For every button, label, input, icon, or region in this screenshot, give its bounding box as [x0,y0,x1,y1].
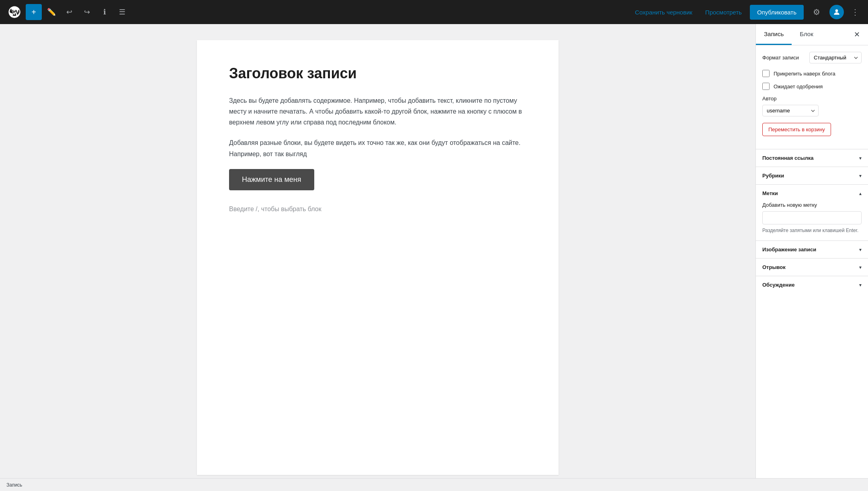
discussion-toggle[interactable]: Обсуждение ▾ [756,276,868,293]
categories-toggle[interactable]: Рубрики ▾ [756,167,868,184]
sticky-checkbox[interactable] [762,70,770,77]
post-format-row: Формат записи Стандартный [762,52,862,63]
discussion-title: Обсуждение [762,282,794,288]
sidebar-close-button[interactable]: ✕ [849,26,865,43]
info-button[interactable]: ℹ [96,4,113,20]
tags-toggle[interactable]: Метки ▴ [756,185,868,202]
tags-hint: Разделяйте запятыми или клавишей Enter. [762,227,862,234]
tags-content: Добавить новую метку Разделяйте запятыми… [756,202,868,240]
toolbar: + ✏️ ↩ ↪ ℹ ☰ Сохранить черновик Просмотр… [0,0,868,24]
excerpt-toggle[interactable]: Отрывок ▾ [756,259,868,276]
svg-point-0 [835,9,838,12]
post-title[interactable]: Заголовок записи [229,64,526,83]
toolbar-right: Сохранить черновик Просмотреть Опубликов… [630,0,863,24]
sidebar-header: Запись Блок ✕ [756,24,868,45]
undo-button[interactable]: ↩ [61,4,77,20]
tags-section: Метки ▴ Добавить новую метку Разделяйте … [756,184,868,240]
wordpress-logo [5,0,24,24]
post-image-section: Изображение записи ▾ [756,240,868,258]
author-label: Автор [762,96,862,102]
main-layout: Заголовок записи Здесь вы будете добавля… [0,24,868,491]
pending-row: Ожидает одобрения [762,83,862,90]
post-image-chevron-icon: ▾ [859,247,862,253]
sidebar-body: Формат записи Стандартный Прикрепить нав… [756,45,868,149]
list-view-button[interactable]: ☰ [114,4,130,20]
editor-area[interactable]: Заголовок записи Здесь вы будете добавля… [0,24,755,491]
paragraph-2[interactable]: Добавляя разные блоки, вы будете видеть … [229,137,526,159]
excerpt-section: Отрывок ▾ [756,258,868,276]
redo-button[interactable]: ↪ [79,4,95,20]
tab-block[interactable]: Блок [792,24,821,45]
author-section: Автор username [762,96,862,116]
block-placeholder[interactable]: Введите /, чтобы выбрать блок [229,202,526,216]
permalink-title: Постоянная ссылка [762,155,814,161]
categories-chevron-icon: ▾ [859,173,862,179]
pending-checkbox[interactable] [762,83,770,90]
settings-button[interactable]: ⚙ [807,0,826,24]
editor-content: Заголовок записи Здесь вы будете добавля… [197,40,559,475]
status-bar: Запись [0,478,868,491]
tab-record[interactable]: Запись [756,24,792,45]
user-avatar-button[interactable] [829,5,844,19]
paragraph-1[interactable]: Здесь вы будете добавлять содержимое. На… [229,95,526,128]
sticky-label: Прикрепить наверх блога [774,71,835,77]
permalink-toggle[interactable]: Постоянная ссылка ▾ [756,149,868,167]
add-block-button[interactable]: + [26,4,42,20]
categories-title: Рубрики [762,173,784,179]
tools-button[interactable]: ✏️ [43,4,59,20]
permalink-section: Постоянная ссылка ▾ [756,149,868,167]
post-image-title: Изображение записи [762,247,816,253]
trash-button[interactable]: Переместить в корзину [762,123,831,136]
tags-input[interactable] [762,211,862,224]
sticky-row: Прикрепить наверх блога [762,70,862,77]
tags-add-label: Добавить новую метку [762,202,862,208]
excerpt-chevron-icon: ▾ [859,265,862,270]
more-options-button[interactable]: ⋮ [847,4,863,20]
categories-section: Рубрики ▾ [756,167,868,184]
post-format-select[interactable]: Стандартный [809,52,862,63]
discussion-section: Обсуждение ▾ [756,276,868,293]
publish-button[interactable]: Опубликовать [750,5,804,20]
save-draft-button[interactable]: Сохранить черновик [630,6,697,19]
excerpt-title: Отрывок [762,264,786,270]
discussion-chevron-icon: ▾ [859,282,862,288]
preview-button[interactable]: Просмотреть [700,6,747,19]
cta-block-button[interactable]: Нажмите на меня [229,169,314,190]
author-select[interactable]: username [762,105,819,116]
pending-label: Ожидает одобрения [774,84,823,90]
post-image-toggle[interactable]: Изображение записи ▾ [756,241,868,258]
tags-title: Метки [762,190,778,196]
permalink-chevron-icon: ▾ [859,155,862,161]
status-label: Запись [6,482,22,488]
sidebar: Запись Блок ✕ Формат записи Стандартный … [755,24,868,491]
tags-chevron-icon: ▴ [859,191,862,196]
post-format-label: Формат записи [762,55,799,61]
